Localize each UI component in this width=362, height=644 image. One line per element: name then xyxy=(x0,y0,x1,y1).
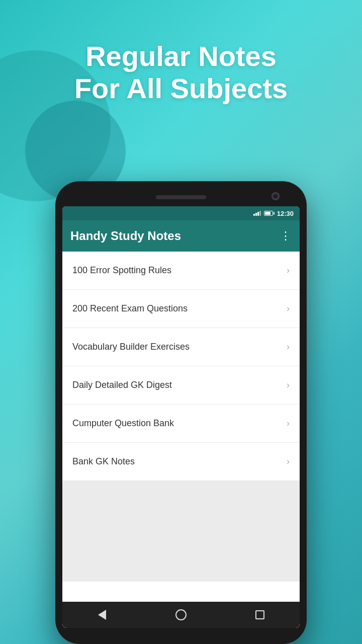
home-icon xyxy=(175,609,187,620)
navigation-bar xyxy=(62,602,300,628)
chevron-right-icon: › xyxy=(287,456,290,467)
chevron-right-icon: › xyxy=(287,265,290,276)
speaker-grille xyxy=(156,195,206,199)
overflow-menu-button[interactable]: ⋮ xyxy=(280,229,292,243)
list-item-label: 100 Error Spotting Rules xyxy=(72,265,171,276)
signal-icon xyxy=(253,211,261,216)
list-item-vocabulary[interactable]: Vocabulary Builder Exercises › xyxy=(62,328,300,366)
headline: Regular Notes For All Subjects xyxy=(0,40,362,105)
phone-device: 12:30 Handy Study Notes ⋮ 100 Error Spot… xyxy=(55,181,307,644)
chevron-right-icon: › xyxy=(287,303,290,314)
list-item-label: Cumputer Question Bank xyxy=(72,418,174,429)
nav-recents-button[interactable] xyxy=(250,607,270,622)
list-item-label: Bank GK Notes xyxy=(72,456,135,467)
list-item[interactable]: 100 Error Spotting Rules › xyxy=(62,252,300,290)
nav-back-button[interactable] xyxy=(92,607,112,622)
phone-body: 12:30 Handy Study Notes ⋮ 100 Error Spot… xyxy=(55,181,307,644)
chevron-right-icon: › xyxy=(287,380,290,390)
list-item[interactable]: Bank GK Notes › xyxy=(62,443,300,481)
status-icons: 12:30 xyxy=(253,210,294,217)
app-toolbar: Handy Study Notes ⋮ xyxy=(62,220,300,252)
phone-screen: 12:30 Handy Study Notes ⋮ 100 Error Spot… xyxy=(62,206,300,628)
front-camera xyxy=(272,192,280,200)
headline-line2: For All Subjects xyxy=(30,72,332,105)
list-item-label: Vocabulary Builder Exercises xyxy=(72,342,190,352)
recents-icon xyxy=(255,610,264,619)
list-empty-area xyxy=(62,481,300,582)
chevron-right-icon: › xyxy=(287,418,290,429)
phone-top-bar xyxy=(62,190,300,204)
headline-line1: Regular Notes xyxy=(30,40,332,72)
list-item[interactable]: Daily Detailed GK Digest › xyxy=(62,366,300,405)
list-item[interactable]: Cumputer Question Bank › xyxy=(62,405,300,443)
app-title: Handy Study Notes xyxy=(70,229,181,243)
list-item-label: 200 Recent Exam Questions xyxy=(72,303,188,314)
status-bar: 12:30 xyxy=(62,206,300,220)
list-item-label: Daily Detailed GK Digest xyxy=(72,380,172,390)
battery-icon xyxy=(264,211,273,216)
menu-list: 100 Error Spotting Rules › 200 Recent Ex… xyxy=(62,252,300,602)
list-item[interactable]: 200 Recent Exam Questions › xyxy=(62,290,300,328)
back-icon xyxy=(98,610,106,620)
chevron-right-icon: › xyxy=(287,342,290,352)
nav-home-button[interactable] xyxy=(171,607,191,622)
status-time: 12:30 xyxy=(277,210,294,217)
